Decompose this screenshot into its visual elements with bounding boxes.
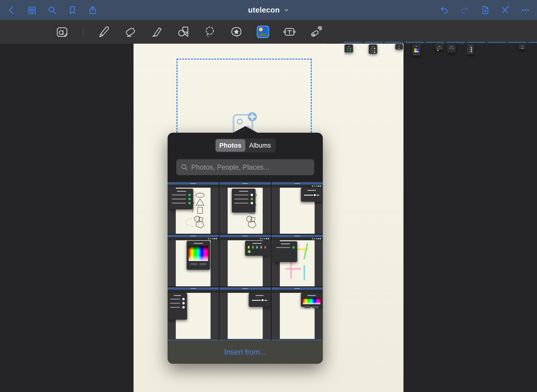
mini-menu-title — [470, 46, 471, 46]
navigation-bar: utelecon — [0, 0, 537, 20]
popover-arrow — [233, 126, 258, 133]
mini-color-dot — [314, 186, 315, 187]
tool-lasso[interactable] — [203, 25, 217, 39]
mini-menu-title — [307, 295, 316, 296]
mini-color-dot — [252, 246, 254, 249]
mini-menu-title — [239, 191, 248, 192]
mini-menu-title — [281, 243, 290, 244]
add-page-button[interactable] — [480, 5, 490, 15]
mini-button — [414, 54, 415, 55]
text-icon — [283, 25, 296, 39]
mini-toggle — [350, 52, 351, 53]
mini-titlebar — [272, 235, 323, 237]
mini-popup-menu — [274, 241, 297, 262]
photo-thumbnail-highlighter-straight-line[interactable] — [272, 234, 323, 286]
tab-albums[interactable]: Albums — [245, 139, 275, 152]
mini-title-text — [191, 288, 196, 289]
mini-menu-title — [252, 243, 261, 244]
mini-menu-label — [276, 247, 290, 248]
mini-menu-row — [234, 194, 253, 196]
photos-search-input[interactable] — [191, 163, 310, 172]
mini-color-row — [248, 246, 266, 249]
mini-title-text — [295, 236, 300, 236]
photos-search-field[interactable] — [176, 159, 314, 175]
photo-grid — [168, 182, 323, 339]
tool-elements[interactable] — [229, 25, 243, 39]
mini-menu-row — [346, 48, 351, 49]
mini-title-text — [242, 236, 248, 236]
mini-color-spectrum — [303, 298, 320, 304]
mini-color-dot — [312, 186, 313, 187]
mini-popup-menu — [369, 44, 377, 54]
tool-highlighter[interactable] — [150, 25, 164, 39]
chevron-down-icon — [284, 7, 289, 13]
mini-color-row — [437, 48, 441, 49]
pages-overview-button[interactable] — [27, 5, 37, 15]
mini-toolbar — [219, 237, 271, 240]
photo-thumbnail-pen-thickness[interactable] — [219, 287, 271, 339]
tool-eraser[interactable] — [123, 25, 137, 39]
mini-title-text — [242, 183, 248, 184]
mini-menu-label — [469, 50, 470, 50]
tool-shapes[interactable] — [176, 25, 190, 39]
photo-thumbnail-eraser-options[interactable] — [168, 287, 219, 339]
tab-photos[interactable]: Photos — [216, 139, 245, 152]
mini-color-dot — [264, 246, 266, 249]
mini-menu-title — [348, 46, 350, 47]
mini-toolbar — [272, 290, 323, 293]
mini-popup-menu — [301, 188, 322, 202]
navbar-left-group — [6, 5, 98, 15]
tool-zoom-window[interactable] — [55, 25, 69, 39]
mini-titlebar — [272, 182, 323, 185]
insert-from-bar[interactable]: Insert from... — [168, 340, 323, 364]
mini-menu-label — [170, 303, 180, 304]
mini-menu-row — [449, 48, 454, 49]
mini-toggle — [182, 302, 185, 304]
tool-text[interactable] — [283, 25, 297, 39]
photo-thumbnail-shape-menu[interactable] — [219, 182, 271, 234]
mini-toolbar — [219, 185, 271, 188]
mini-color-dot — [320, 186, 321, 187]
mini-titlebar — [272, 288, 323, 290]
redo-button[interactable] — [459, 5, 470, 15]
photo-thumbnail-highlighter-thickness[interactable] — [272, 182, 323, 234]
tool-image[interactable] — [256, 25, 270, 39]
document-title[interactable]: utelecon — [248, 6, 280, 14]
mini-toggle — [350, 48, 351, 49]
search-button[interactable] — [47, 5, 57, 15]
mini-toggle — [188, 202, 191, 204]
mini-highlighter-stroke — [290, 261, 292, 279]
tool-pen[interactable] — [97, 25, 111, 39]
mini-toolbar — [168, 290, 219, 293]
photo-thumbnail-pen-color-spectrum[interactable] — [272, 287, 323, 339]
elements-icon — [230, 25, 243, 39]
photo-thumbnail-highlighter-color-spectrum[interactable] — [168, 234, 219, 286]
tool-laser-pointer[interactable] — [309, 25, 323, 39]
mini-toggle — [188, 198, 191, 200]
mini-menu-label — [371, 48, 373, 48]
mini-toggle — [182, 298, 185, 300]
back-button[interactable] — [6, 5, 17, 15]
mini-menu-row — [170, 306, 185, 309]
mini-color-dot — [216, 238, 217, 239]
mini-color-row — [437, 50, 441, 51]
share-button[interactable] — [87, 5, 98, 15]
mini-titlebar — [168, 235, 219, 237]
stop-editing-button[interactable] — [500, 5, 510, 15]
mini-color-dot — [318, 238, 319, 239]
mini-titlebar — [168, 182, 219, 185]
mini-color-dot — [312, 238, 313, 239]
mini-menu-label — [469, 48, 470, 48]
photo-thumbnail-lasso-menu[interactable] — [168, 182, 219, 234]
mini-menu-row — [234, 202, 253, 204]
mini-menu-row — [469, 49, 472, 50]
highlighter-icon — [150, 25, 163, 39]
photo-thumbnail-highlighter-color-dots[interactable] — [219, 234, 271, 286]
undo-button[interactable] — [439, 5, 450, 15]
mini-menu-label — [172, 203, 186, 204]
mini-menu-label — [346, 52, 349, 52]
mini-toolbar — [272, 237, 323, 240]
shapes-icon — [177, 25, 190, 39]
more-button[interactable] — [520, 5, 531, 15]
bookmarks-button[interactable] — [67, 5, 78, 15]
